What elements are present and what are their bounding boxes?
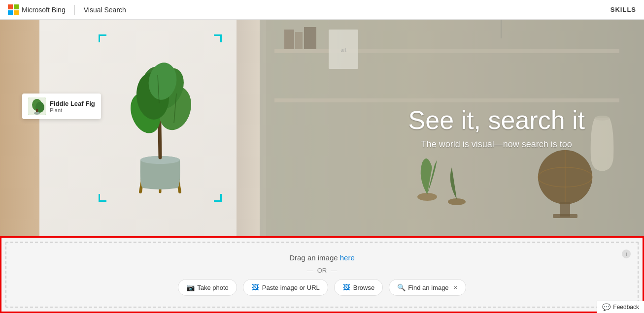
action-buttons: 📷 Take photo 🖼 Paste image or URL 🖼 Brow… (178, 279, 466, 296)
paste-icon: 🖼 (251, 283, 259, 291)
scene-left: Fiddle Leaf Fig Plant (0, 20, 266, 236)
info-icon[interactable]: i (622, 250, 631, 258)
bing-logo-grid (8, 4, 19, 15)
paste-url-button[interactable]: 🖼 Paste image or URL (243, 279, 328, 296)
plant-tooltip: Fiddle Leaf Fig Plant (22, 94, 101, 119)
tooltip-plant-category: Plant (50, 107, 95, 113)
logo-square-yellow (14, 10, 19, 15)
bing-logo: Microsoft Bing (8, 4, 66, 15)
header-left: Microsoft Bing Visual Search (8, 4, 126, 15)
svg-rect-22 (274, 98, 619, 102)
tooltip-thumb-svg (28, 97, 46, 115)
or-divider: OR (307, 267, 338, 274)
feedback-label: Feedback (613, 304, 639, 311)
feedback-icon: 💬 (602, 303, 610, 311)
svg-point-19 (34, 112, 40, 115)
hero-text-block: See it, search it The world is visual—no… (408, 106, 585, 150)
bing-brand-text: Microsoft Bing (22, 6, 66, 14)
paste-label: Paste image or URL (262, 284, 320, 291)
svg-rect-24 (295, 32, 303, 49)
svg-rect-25 (304, 27, 316, 49)
logo-square-green (14, 4, 19, 9)
svg-point-36 (448, 198, 466, 205)
hero-section: Fiddle Leaf Fig Plant art (0, 20, 644, 236)
header: Microsoft Bing Visual Search SKILLS (0, 0, 644, 20)
find-image-button[interactable]: 🔍 Find an image × (389, 279, 466, 296)
header-divider (74, 5, 75, 15)
svg-text:art: art (340, 47, 346, 53)
drop-zone[interactable]: Drag an image here OR 📷 Take photo 🖼 Pas… (5, 242, 639, 308)
find-image-label: Find an image (408, 284, 448, 291)
tooltip-plant-name: Fiddle Leaf Fig (50, 100, 95, 107)
or-text: OR (317, 267, 327, 274)
plant-selection-box: Fiddle Leaf Fig Plant (99, 34, 222, 202)
take-photo-label: Take photo (197, 284, 229, 291)
skills-button[interactable]: SKILLS (610, 6, 636, 13)
browse-button[interactable]: 🖼 Browse (334, 279, 383, 296)
take-photo-button[interactable]: 📷 Take photo (178, 279, 237, 296)
browse-icon: 🖼 (342, 283, 350, 291)
curtain-left (0, 20, 39, 236)
hero-subtext: The world is visual—now search is too (408, 139, 585, 150)
svg-rect-23 (284, 30, 294, 49)
visual-search-title: Visual Search (84, 6, 126, 14)
search-icon: 🔍 (397, 283, 405, 291)
hero-headline: See it, search it (408, 106, 585, 134)
logo-square-blue (8, 10, 13, 15)
search-panel: Drag an image here OR 📷 Take photo 🖼 Pas… (0, 236, 644, 313)
plant-svg (116, 54, 204, 197)
svg-rect-33 (553, 214, 577, 218)
logo-square-red (8, 4, 13, 9)
svg-point-34 (595, 116, 610, 121)
drag-text-prefix: Drag an image (289, 253, 340, 262)
tooltip-text: Fiddle Leaf Fig Plant (50, 100, 95, 113)
browse-label: Browse (353, 284, 374, 291)
drag-text-here: here (340, 253, 355, 262)
tooltip-thumbnail (28, 97, 46, 115)
plant-visual (103, 39, 217, 197)
drag-text: Drag an image here (289, 253, 355, 262)
find-close-icon[interactable]: × (454, 283, 458, 291)
svg-rect-21 (274, 49, 619, 53)
camera-icon: 📷 (186, 283, 194, 291)
feedback-button[interactable]: 💬 Feedback (597, 301, 644, 313)
